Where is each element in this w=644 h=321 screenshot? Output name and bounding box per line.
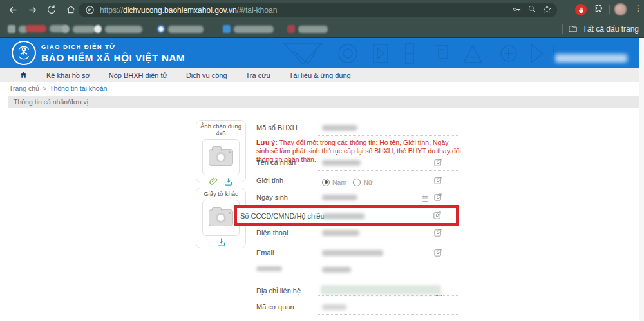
back-button[interactable]	[5, 2, 21, 17]
field-label: Mã cơ quan	[256, 303, 294, 311]
site-title: BẢO HIỂM XÃ HỘI VIỆT NAM	[41, 52, 185, 64]
all-bookmarks-label[interactable]: Tất cả dấu trang	[583, 24, 639, 34]
edit-icon[interactable]	[433, 228, 444, 238]
page-scrollbar[interactable]	[639, 38, 644, 321]
field-personal-name: Tên cá nhân	[256, 159, 459, 171]
download-icon[interactable]	[216, 237, 226, 249]
redacted-value	[322, 125, 357, 131]
browser-toolbar: https://dichvucong.baohiemxahoi.gov.vn/#…	[0, 0, 644, 19]
redacted-label	[256, 266, 282, 271]
breadcrumb-current: Thông tin tài khoản	[50, 84, 107, 92]
folder-icon	[568, 24, 578, 34]
bookmark-star-icon[interactable]	[542, 5, 552, 16]
nav-item-dich-vu-cong[interactable]: Dịch vụ công	[186, 72, 227, 79]
field-birth-date: Ngày sinh	[256, 193, 459, 204]
edit-icon[interactable]	[433, 210, 443, 220]
field-agency-code: Mã cơ quan	[256, 303, 459, 315]
radio-male[interactable]	[322, 179, 330, 186]
breadcrumb-separator: >	[43, 84, 46, 92]
reload-button[interactable]	[44, 2, 59, 17]
nav-home-icon[interactable]	[19, 71, 28, 79]
breadcrumb-home[interactable]: Trang chủ	[9, 84, 39, 92]
field-email: Email	[256, 249, 459, 260]
main-nav: Kê khai hồ sơ Nộp BHXH điện tử Dịch vụ c…	[0, 68, 644, 82]
field-label: Địa chỉ liên hệ	[256, 287, 301, 295]
radio-female-label: Nữ	[363, 179, 373, 186]
field-label: Điện thoại	[256, 229, 289, 237]
bhxh-logo	[12, 41, 36, 65]
bookmarks-separator	[562, 24, 563, 34]
field-label: Email	[256, 249, 274, 257]
breadcrumb: Trang chủ > Thông tin tài khoản	[9, 83, 107, 94]
nav-item-tai-lieu[interactable]: Tài liệu & ứng dụng	[289, 72, 351, 79]
field-label: Tên cá nhân	[256, 159, 296, 166]
redacted-value	[322, 195, 357, 200]
url-text: https://dichvucong.baohiemxahoi.gov.vn/#…	[100, 6, 277, 15]
other-docs-upload-label: Giấy tờ khác	[196, 190, 245, 197]
field-label: Ngày sinh	[256, 193, 288, 201]
edit-icon[interactable]	[433, 175, 444, 186]
site-tagline: GIAO DỊCH ĐIỆN TỬ	[41, 43, 185, 50]
redacted-value	[323, 213, 365, 219]
nav-item-nop-bhxh[interactable]: Nộp BHXH điện tử	[109, 72, 167, 79]
bookmark-item[interactable]	[94, 25, 142, 33]
bookmark-item[interactable]	[62, 25, 95, 33]
redacted-value	[322, 160, 361, 166]
dongson-pattern	[277, 38, 618, 68]
portrait-placeholder[interactable]	[202, 139, 240, 175]
edit-icon[interactable]	[433, 157, 444, 168]
address-bar[interactable]: https://dichvucong.baohiemxahoi.gov.vn/#…	[79, 3, 557, 17]
home-button[interactable]	[63, 2, 79, 17]
calendar-icon[interactable]	[421, 193, 429, 201]
redacted-value	[322, 267, 351, 273]
forward-button[interactable]	[24, 2, 40, 17]
bookmark-item[interactable]	[8, 25, 28, 33]
camera-icon	[209, 149, 233, 166]
radio-male-label: Nam	[332, 179, 346, 186]
section-title: Thông tin cá nhân/đơn vị	[8, 96, 639, 108]
site-info-icon[interactable]	[85, 5, 95, 15]
profile-avatar[interactable]	[614, 3, 627, 15]
zoom-icon[interactable]	[527, 5, 536, 15]
radio-female[interactable]	[353, 179, 361, 186]
extensions-icon[interactable]	[594, 4, 604, 17]
redacted-value	[322, 230, 359, 236]
field-redacted-row	[256, 266, 459, 275]
site-header: GIAO DỊCH ĐIỆN TỬ BẢO HIỂM XÃ HỘI VIỆT N…	[0, 38, 644, 68]
nav-item-tra-cuu[interactable]: Tra cứu	[246, 72, 270, 79]
portrait-upload-label: Ảnh chân dung 4x6	[196, 122, 245, 137]
bookmark-item[interactable]	[223, 25, 274, 33]
browser-menu-icon[interactable]: ⋮	[634, 3, 643, 13]
nav-item-ke-khai[interactable]: Kê khai hồ sơ	[46, 72, 90, 79]
logged-in-user-redacted[interactable]	[555, 54, 627, 63]
camera-icon	[209, 209, 233, 226]
portrait-upload-box[interactable]: Ảnh chân dung 4x6	[196, 120, 246, 182]
password-key-icon[interactable]	[512, 5, 522, 16]
field-contact-address: Địa chỉ liên hệ	[256, 284, 459, 296]
bookmark-item[interactable]	[157, 25, 204, 33]
redacted-value	[322, 304, 346, 310]
field-label: Giới tính	[256, 177, 283, 184]
redacted-address-textarea[interactable]	[321, 285, 441, 295]
adblock-extension-icon[interactable]	[575, 4, 587, 15]
highlighted-id-number-field: Số CCCD/CMND/Hộ chiếu	[234, 205, 459, 226]
field-label: Số CCCD/CMND/Hộ chiếu	[240, 212, 325, 220]
bookmarks-bar: Tất cả dấu trang	[0, 19, 644, 38]
toolbar-separator	[609, 5, 610, 14]
field-phone: Điện thoại	[256, 229, 459, 240]
field-label: Mã số BHXH	[256, 124, 298, 131]
edit-icon[interactable]	[433, 248, 444, 258]
field-gender: Giới tính NamNữ	[256, 177, 459, 187]
redacted-value	[322, 250, 383, 256]
field-bhxh-code: Mã số BHXH	[256, 124, 459, 136]
bookmark-item[interactable]	[287, 25, 328, 33]
edit-icon[interactable]	[433, 192, 444, 202]
